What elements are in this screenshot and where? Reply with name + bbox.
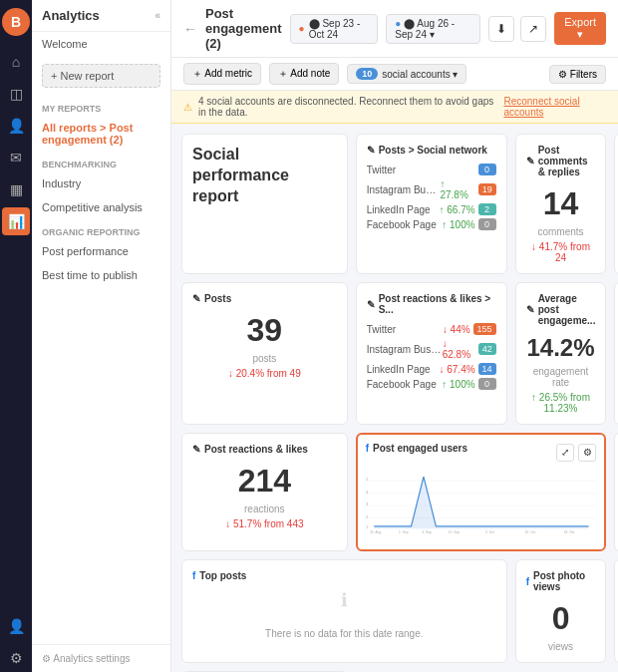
export-label: Export ▾ [564,16,596,41]
sidebar-title: Analytics [42,8,100,23]
page-title: Post engagement (2) [205,6,282,51]
fb-icon: f [366,443,369,454]
no-data-icon: ℹ [341,589,348,611]
svg-text:4. Sep: 4. Sep [422,530,432,534]
add-metric-button[interactable]: ＋ Add metric [183,63,261,85]
sidebar-welcome[interactable]: Welcome [32,32,170,56]
svg-text:23. Oct: 23. Oct [563,530,574,534]
sidebar-item-industry[interactable]: Industry [32,171,170,195]
comments-label: comments [526,226,596,237]
export-button[interactable]: Export ▾ [554,12,606,45]
engagement-change: ↑ 26.5% from 11.23% [526,392,596,414]
svg-text:25. Aug: 25. Aug [370,530,381,534]
posts-network-row-facebook: Facebook Page ↑ 100% 0 [367,218,496,230]
posts-card: ✎ Posts 39 posts ↓ 20.4% from 49 [181,282,348,425]
compare-label: ⬤ Aug 26 - Sep 24 ▾ [395,18,455,40]
posts-card-title: ✎ Posts [192,293,337,304]
engagement-icon: ✎ [526,304,534,315]
date-range-picker[interactable]: ● ⬤ Sep 23 - Oct 24 [290,14,379,44]
svg-text:1. Sep: 1. Sep [399,530,409,534]
posts-label: posts [192,353,337,364]
social-accounts-label: social accounts ▾ [382,69,458,80]
reactions-big-number: 214 [192,463,337,500]
posts-big-number: 39 [192,312,337,349]
chart-settings-icons: ⤢ ⚙ [556,444,596,462]
nav-people[interactable]: 👤 [2,112,30,140]
prb-row-instagram: Instagram Busin... ↓ 62.8% 42 [367,338,496,360]
comments-big-number: 14 [526,185,596,222]
photo-views-title: f Post photo views [526,570,596,592]
dashboard-grid: Social performance report ✎ Posts > Soci… [171,124,618,672]
nav-home[interactable]: ⌂ [2,48,30,76]
compare-date-picker[interactable]: ● ⬤ Aug 26 - Sep 24 ▾ [386,14,480,44]
nav-compose[interactable]: ◫ [2,80,30,108]
alert-icon: ⚠ [183,102,192,113]
download-icon-btn[interactable]: ⬇ [488,16,514,42]
reconnect-link[interactable]: Reconnect social accounts [503,96,606,118]
prb-row-linkedin: LinkedIn Page ↓ 67.4% 14 [367,363,496,375]
top-posts-card: f Top posts ℹ There is no data for this … [181,559,507,663]
engagement-big-number: 14.2% [526,334,596,362]
new-report-button[interactable]: + New report [42,64,160,88]
post-comments-breakdown-card: ✎ Post comments & replies... Twitter ↑ 4… [614,134,618,274]
post-comments-title: ✎ Post comments & replies [526,145,596,177]
sidebar-item-post-engagement[interactable]: All reports > Post engagement (2) [32,116,170,152]
svg-text:2. Oct: 2. Oct [485,530,494,534]
filters-button[interactable]: ⚙ Filters [549,65,606,84]
top-posts-title: f Top posts [192,570,496,581]
svg-text:5: 5 [366,477,369,482]
post-photo-views-card: f Post photo views 0 views [515,559,607,663]
back-button[interactable]: ← [183,21,197,37]
post-reactions-breakdown-card: ✎ Post reactions & likes > S... Twitter … [356,282,507,425]
fb-icon3: f [192,570,195,581]
chart-title: f Post engaged users [366,443,467,454]
svg-text:1: 1 [366,524,369,529]
reactions-card-title: ✎ Post reactions & likes [192,444,337,455]
comments-change: ↓ 41.7% from 24 [526,241,596,263]
reactions-breakdown-title: ✎ Post reactions & likes > S... [367,293,496,315]
sidebar-item-competitive[interactable]: Competitive analysis [32,195,170,219]
avg-engagement-card: ✎ Average post engageme... 14.2% engagem… [515,282,607,425]
sidebar-item-post-performance[interactable]: Post performance [32,239,170,263]
posts-network-row-linkedin: LinkedIn Page ↑ 66.7% 2 [367,203,496,215]
svg-text:4: 4 [366,490,369,495]
prb-row-facebook: Facebook Page ↑ 100% 0 [367,378,496,390]
reactions-change: ↓ 51.7% from 443 [192,518,337,529]
engagement-label: engagement rate [526,366,596,388]
svg-marker-9 [374,477,588,528]
nav-inbox[interactable]: ✉ [2,144,30,171]
analytics-settings-link[interactable]: ⚙ Analytics settings [32,644,170,672]
reactions-card: ✎ Post reactions & likes 214 reactions ↓… [181,433,348,551]
prb-row-twitter: Twitter ↓ 44% 155 [367,323,496,335]
svg-text:2: 2 [366,514,369,519]
app-logo: B [2,8,30,36]
posts-network-card: ✎ Posts > Social network Twitter 0 Insta… [356,134,507,274]
photo-views-label: views [526,641,596,652]
perf-card-title: Social performance report [192,145,337,206]
chart-area: 5 4 3 2 1 25. Aug 1. Sep 4. Sep 11. Sep … [366,462,597,541]
sidebar-header: Analytics « [32,0,170,32]
chart-card-header: f Post engaged users ⤢ ⚙ [366,443,597,462]
post-comments-card: ✎ Post comments & replies 14 comments ↓ … [515,134,607,274]
nav-user[interactable]: 👤 [2,612,30,640]
reactions-icon: ✎ [367,299,375,310]
nav-analytics[interactable]: 📊 [2,207,30,235]
share-icon-btn[interactable]: ↗ [520,16,546,42]
main-content: ← Post engagement (2) ● ⬤ Sep 23 - Oct 2… [171,0,618,672]
date-range-label: ⬤ Sep 23 - Oct 24 [309,18,370,40]
chart-expand-icon[interactable]: ⤢ [556,444,574,462]
post-icon4: ✎ [192,293,200,304]
topbar: ← Post engagement (2) ● ⬤ Sep 23 - Oct 2… [171,0,618,58]
posts-change: ↓ 20.4% from 49 [192,368,337,379]
nav-settings[interactable]: ⚙ [2,644,30,672]
sidebar-item-best-time[interactable]: Best time to publish [32,263,170,287]
chart-settings-icon[interactable]: ⚙ [578,444,596,462]
post-icon2: ✎ [526,156,534,167]
add-note-button[interactable]: ＋ Add note [269,63,339,85]
alert-message: 4 social accounts are disconnected. Reco… [198,96,497,118]
posts-network-row-instagram: Instagram Busi... ↑ 27.8% 19 [367,178,496,200]
sidebar-collapse-icon[interactable]: « [154,10,160,21]
social-accounts-selector[interactable]: 10 social accounts ▾ [347,64,466,84]
sidebar: Analytics « Welcome + New report MY REPO… [32,0,171,672]
nav-calendar[interactable]: ▦ [2,175,30,203]
